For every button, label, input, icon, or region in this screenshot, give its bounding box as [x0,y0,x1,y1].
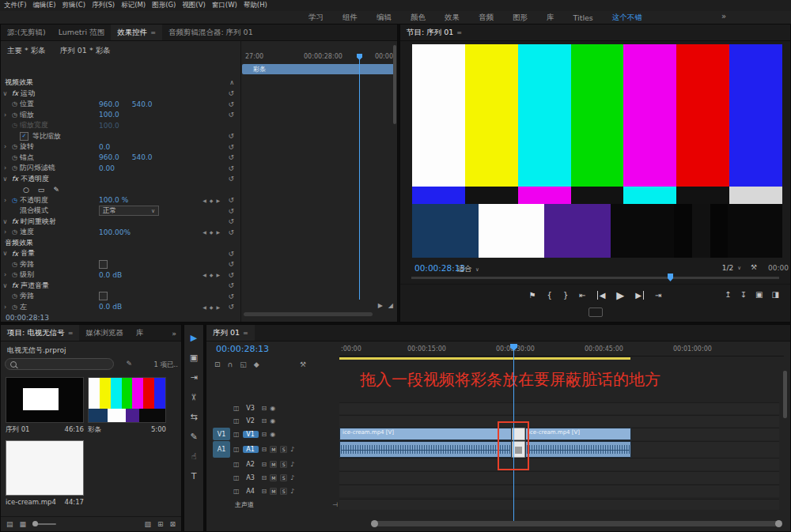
search-input[interactable] [5,358,114,370]
stopwatch-icon[interactable]: ◷ [9,154,20,161]
reset-icon[interactable]: ↺ [228,196,234,204]
add-keyframe-icon[interactable]: ◆ [210,198,214,203]
workspace-tab-libraries[interactable]: 库 [547,13,554,23]
fx-icon[interactable]: fx [9,217,21,225]
tab-audio-clip-mixer[interactable]: 音频剪辑混合器: 序列 01 [162,25,259,40]
zoom-corner-icon[interactable]: ◢ [388,302,393,309]
tab-project[interactable]: 项目: 电视无信号 ≡ [1,325,79,341]
tab-libraries[interactable]: 库 [130,325,150,341]
icon-view-icon[interactable]: ▦ [20,520,27,528]
solo-button[interactable]: S [280,474,287,481]
track-lane-v2[interactable] [339,415,779,427]
track-options-icon[interactable]: ⊟ [262,431,267,438]
reset-icon[interactable]: ↺ [228,217,234,225]
track-lane-master[interactable] [339,499,779,510]
solo-button[interactable]: S [280,461,287,468]
tab-source-monitor[interactable]: 源:(无剪辑) [1,25,52,40]
rotation-row[interactable]: › ◷ 旋转 0.0 ↺ [1,141,240,153]
project-item-bars[interactable]: 彩条 5:00 [88,377,166,435]
add-marker-icon[interactable]: ⚑ [529,291,536,300]
mute-button[interactable]: M [270,446,277,453]
video-clip-icecream-1[interactable]: ice-cream.mp4 [V] [339,428,512,440]
twirl-icon[interactable]: ∨ [1,90,9,97]
next-keyframe-icon[interactable]: ▶ [216,272,220,277]
sync-lock-icon[interactable]: ◫ [233,431,240,438]
blend-mode-row[interactable]: 混合模式 正常 ∨ ↺ [1,206,240,217]
work-area-bar[interactable] [339,357,630,360]
anchor-row[interactable]: ◷ 锚点 960.0540.0 ↺ [1,153,240,164]
linked-selection-icon[interactable]: ◱ [240,360,247,368]
hand-tool-icon[interactable]: ☝ [191,451,197,462]
scale-row[interactable]: › ◷ 缩放 100.0 ↺ [1,110,240,121]
ecp-playhead-handle[interactable] [357,54,362,60]
reset-icon[interactable]: ↺ [228,260,234,268]
zoom-fit-dropdown[interactable]: 适合 ∨ [457,264,479,274]
position-y-value[interactable]: 540.0 [132,100,153,108]
fx-icon[interactable]: fx [9,281,21,289]
panel-menu-icon[interactable]: ≡ [243,330,248,337]
antiflicker-value[interactable]: 0.00 [99,164,115,172]
uniform-scale-row[interactable]: ✓ 等比缩放 ↺ [1,131,240,142]
button-editor-button[interactable] [589,308,603,317]
tab-sequence[interactable]: 序列 01 ≡ [206,325,255,341]
add-keyframe-icon[interactable]: ◆ [210,304,214,310]
track-name[interactable]: A2 [243,461,259,468]
stopwatch-icon[interactable]: ◷ [9,271,20,278]
track-name-targeted[interactable]: A1 [243,446,259,453]
track-lane-a2[interactable] [339,458,779,470]
sequence-thumbnail[interactable] [6,377,84,423]
time-remap-row[interactable]: ∨ fx 时间重映射 ↺ [1,217,240,228]
extract-icon[interactable]: ↧ [740,290,747,299]
position-row[interactable]: ◷ 位置 960.0540.0 ↺ [1,99,240,110]
sync-lock-icon[interactable]: ◫ [233,405,240,412]
twirl-icon[interactable]: ∨ [1,282,9,289]
rect-mask-icon[interactable]: ▭ [38,186,45,194]
source-patch-audio[interactable]: A1 [213,441,230,458]
track-options-icon[interactable]: ⊟ [262,417,267,424]
ecp-playhead[interactable] [359,56,360,300]
twirl-icon[interactable]: ∨ [1,250,9,257]
step-forward-icon[interactable]: ▶ [635,291,644,300]
anchor-x-value[interactable]: 960.0 [99,153,119,161]
source-patch-video[interactable]: V1 [213,428,230,440]
step-back-icon[interactable]: ◀ [597,291,606,300]
project-item-icecream[interactable]: ice-cream.mp4 44:17 [6,440,84,506]
stopwatch-icon[interactable]: ◷ [9,292,20,300]
reset-icon[interactable]: ↺ [228,250,234,258]
motion-effect-row[interactable]: ∨ fx 运动 ↺ [1,89,240,100]
track-name[interactable]: A4 [243,488,259,495]
mark-out-icon[interactable]: } [563,291,568,300]
channel-left-row[interactable]: › ◷ 左 0.0 dB ◀◆▶ ↺ [1,302,240,313]
item-name[interactable]: 彩条 [88,425,101,435]
voiceover-record-icon[interactable]: ♪ [290,446,294,453]
blend-mode-dropdown[interactable]: 正常 ∨ [99,206,159,216]
reset-icon[interactable]: ↺ [228,292,234,300]
bypass-checkbox[interactable] [99,292,108,300]
menu-edit[interactable]: 编辑(E) [33,1,56,10]
stopwatch-icon[interactable]: ◷ [9,228,20,236]
ecp-divider[interactable] [240,40,241,322]
settings-wrench-icon[interactable]: ⚒ [751,263,757,271]
add-keyframe-icon[interactable]: ◆ [210,272,214,277]
fx-icon[interactable]: fx [9,250,21,258]
mute-button[interactable]: M [270,488,277,495]
twirl-icon[interactable]: ∨ [1,175,9,183]
list-view-icon[interactable]: ▤ [6,520,13,528]
speed-row[interactable]: › ◷ 速度 100.00% ◀◆▶ ↺ [1,227,240,238]
reset-icon[interactable]: ↺ [228,281,234,289]
video-clip-icecream-2[interactable]: ice-cream.mp4 [V] [525,428,631,440]
sync-lock-icon[interactable]: ◫ [233,461,240,468]
reset-icon[interactable]: ↺ [228,207,234,215]
panel-overflow-chevron[interactable]: » [167,325,181,341]
tab-lumetri-scopes[interactable]: Lumetri 范围 [52,25,112,40]
twirl-icon[interactable]: › [1,304,9,311]
timeline-vertical-scrollbar[interactable] [783,371,787,418]
goto-in-icon[interactable]: ⇤ [579,291,585,300]
track-name[interactable]: V2 [243,417,259,424]
volume-effect-row[interactable]: ∨ fx 音量 ↺ [1,248,240,259]
menu-sequence[interactable]: 序列(S) [92,1,115,10]
next-keyframe-icon[interactable]: ▶ [216,304,220,310]
icecream-thumbnail[interactable] [6,440,84,496]
sync-lock-icon[interactable]: ◫ [233,488,240,495]
toggle-track-output-icon[interactable]: ◉ [270,417,275,424]
